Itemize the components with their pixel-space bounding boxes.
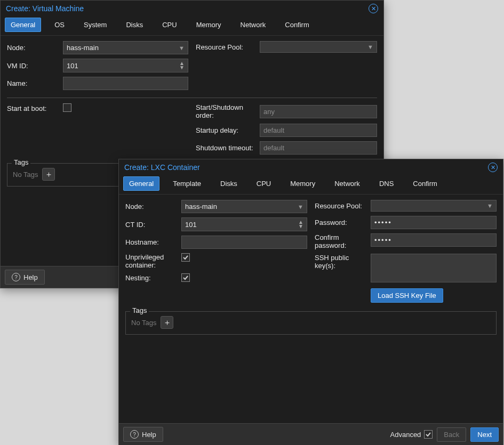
tab-network[interactable]: Network — [235, 18, 272, 32]
tab-memory[interactable]: Memory — [284, 176, 321, 191]
dialog-footer: ? Help Advanced Back Next — [119, 423, 503, 445]
help-label: Help — [142, 431, 156, 439]
label-hostname: Hostname: — [125, 238, 181, 246]
chevron-down-icon: ▼ — [179, 45, 185, 51]
tab-disks[interactable]: Disks — [214, 176, 243, 191]
label-order: Start/Shutdown order: — [196, 103, 260, 119]
next-button[interactable]: Next — [470, 427, 499, 442]
advanced-checkbox[interactable] — [424, 430, 433, 439]
label-name: Name: — [7, 79, 63, 87]
unprivileged-checkbox[interactable] — [181, 253, 190, 262]
node-value: hass-main — [185, 203, 217, 211]
hostname-input[interactable] — [181, 236, 307, 249]
confirm-password-input[interactable]: ••••• — [371, 233, 497, 247]
add-tag-button[interactable]: ＋ — [161, 316, 173, 329]
label-unprivileged: Unprivileged container: — [125, 253, 181, 269]
dialog-title: Create: Virtual Machine — [6, 4, 84, 13]
create-lxc-dialog: Create: LXC Container ✕ General Template… — [118, 159, 503, 445]
label-startup-delay: Startup delay: — [196, 126, 260, 134]
label-ssh-keys: SSH public key(s): — [315, 254, 371, 270]
label-node: Node: — [7, 44, 63, 52]
shutdown-timeout-input[interactable] — [260, 141, 377, 155]
tabs: General Template Disks CPU Memory Networ… — [119, 176, 503, 195]
nesting-checkbox[interactable] — [181, 273, 190, 282]
resource-pool-select[interactable]: ▼ — [260, 41, 377, 53]
label-nesting: Nesting: — [125, 274, 181, 282]
close-icon[interactable]: ✕ — [488, 163, 498, 172]
load-ssh-key-button[interactable]: Load SSH Key File — [371, 288, 443, 303]
dialog-title: Create: LXC Container — [124, 163, 200, 172]
vmid-value: 101 — [67, 62, 78, 70]
titlebar: Create: Virtual Machine ✕ — [1, 1, 383, 18]
help-button[interactable]: ? Help — [123, 427, 163, 442]
tab-dns[interactable]: DNS — [373, 176, 399, 191]
label-ctid: CT ID: — [125, 221, 181, 229]
chevron-down-icon: ▼ — [487, 203, 493, 209]
spinner-icon: ▲▼ — [298, 220, 303, 229]
tab-memory[interactable]: Memory — [190, 18, 227, 32]
order-input[interactable] — [260, 105, 377, 118]
node-select[interactable]: hass-main ▼ — [63, 41, 188, 54]
chevron-down-icon: ▼ — [298, 204, 303, 210]
back-button[interactable]: Back — [437, 427, 466, 442]
dialog-body: Node: hass-main ▼ CT ID: 101 ▲▼ — [119, 195, 503, 423]
ssh-keys-textarea[interactable] — [371, 254, 497, 282]
tab-confirm[interactable]: Confirm — [279, 18, 315, 32]
no-tags-text: No Tags — [13, 171, 38, 179]
help-icon: ? — [12, 273, 20, 281]
tab-cpu[interactable]: CPU — [251, 176, 277, 191]
password-value: ••••• — [374, 219, 392, 226]
label-resource-pool: Resource Pool: — [196, 43, 260, 51]
password-input[interactable]: ••••• — [371, 216, 497, 229]
tags-legend: Tags — [130, 306, 149, 314]
no-tags-text: No Tags — [131, 319, 156, 327]
tab-template[interactable]: Template — [167, 176, 207, 191]
node-value: hass-main — [67, 44, 99, 52]
label-node: Node: — [125, 203, 181, 211]
label-confirm-password: Confirm password: — [315, 233, 371, 249]
tags-fieldset: Tags No Tags ＋ — [125, 311, 497, 335]
tab-general[interactable]: General — [123, 176, 159, 191]
startup-delay-input[interactable] — [260, 124, 377, 137]
resource-pool-select[interactable]: ▼ — [371, 200, 497, 212]
add-tag-button[interactable]: ＋ — [42, 168, 55, 181]
tab-system[interactable]: System — [78, 18, 113, 32]
ctid-spinner[interactable]: 101 ▲▼ — [181, 217, 307, 231]
chevron-down-icon: ▼ — [367, 44, 373, 50]
label-resource-pool: Resource Pool: — [315, 202, 371, 210]
start-at-boot-checkbox[interactable] — [63, 103, 71, 112]
label-password: Password: — [315, 219, 371, 226]
name-input[interactable] — [63, 77, 188, 90]
label-start-at-boot: Start at boot: — [7, 104, 63, 112]
help-icon: ? — [130, 430, 139, 439]
advanced-label: Advanced — [390, 431, 421, 439]
help-label: Help — [23, 273, 38, 281]
tab-os[interactable]: OS — [49, 18, 70, 32]
label-shutdown-timeout: Shutdown timeout: — [196, 144, 260, 152]
spinner-icon: ▲▼ — [179, 61, 185, 70]
tab-disks[interactable]: Disks — [120, 18, 149, 32]
tab-network[interactable]: Network — [329, 176, 366, 191]
tab-confirm[interactable]: Confirm — [407, 176, 443, 191]
vmid-spinner[interactable]: 101 ▲▼ — [63, 59, 188, 72]
tags-legend: Tags — [12, 158, 30, 166]
titlebar: Create: LXC Container ✕ — [119, 159, 503, 176]
confirm-password-value: ••••• — [374, 236, 392, 244]
help-button[interactable]: ? Help — [5, 270, 45, 285]
advanced-toggle[interactable]: Advanced — [390, 430, 433, 439]
tabs: General OS System Disks CPU Memory Netwo… — [1, 18, 383, 36]
tab-general[interactable]: General — [5, 18, 41, 32]
node-select[interactable]: hass-main ▼ — [181, 200, 307, 213]
ctid-value: 101 — [185, 221, 197, 229]
tab-cpu[interactable]: CPU — [156, 18, 182, 32]
close-icon[interactable]: ✕ — [369, 4, 378, 13]
label-vmid: VM ID: — [7, 62, 63, 70]
